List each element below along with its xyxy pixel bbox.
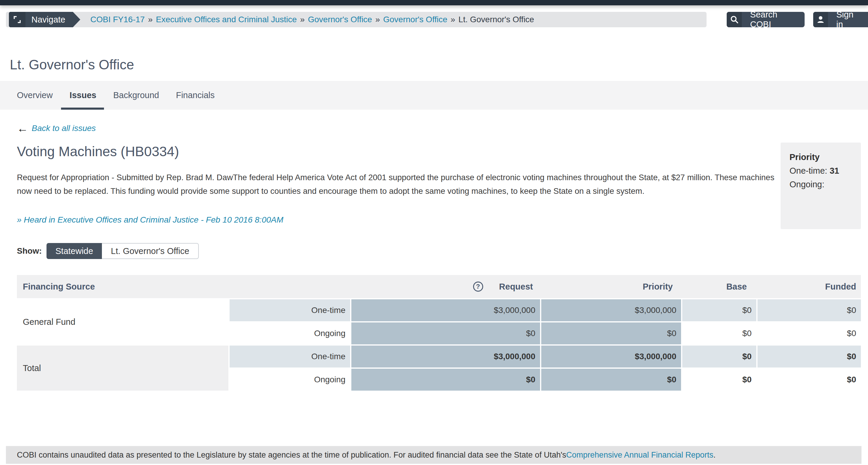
total-onetime-request: $3,000,000 (351, 346, 540, 368)
issue-title: Voting Machines (HB0334) (17, 143, 861, 159)
gf-ongoing-base: $0 (682, 322, 756, 344)
heard-in-committee-link[interactable]: » Heard in Executive Offices and Crimina… (17, 215, 283, 225)
navigate-button[interactable]: Navigate (9, 12, 73, 27)
breadcrumb-separator: » (300, 15, 305, 24)
col-header-priority: Priority (538, 275, 678, 298)
breadcrumb-separator: » (375, 15, 380, 24)
show-label: Show: (17, 246, 42, 256)
priority-summary-box: Priority One-time: 31 Ongoing: (781, 143, 861, 229)
row-group-total: Total (17, 346, 228, 390)
breadcrumb-bar-row: COBI FY16-17 » Executive Offices and Cri… (0, 12, 868, 27)
priority-ongoing: Ongoing: (789, 177, 855, 191)
financing-table-header: Financing Source ? Request Priority Base… (17, 275, 861, 298)
user-icon (813, 12, 828, 27)
show-toggle-row: Show: Statewide Lt. Governor's Office (17, 243, 861, 259)
toggle-statewide[interactable]: Statewide (46, 243, 102, 259)
breadcrumb-link-governors-office[interactable]: Governor's Office (308, 15, 372, 24)
priority-ongoing-label: Ongoing: (789, 180, 825, 189)
navigate-corners-icon (9, 12, 26, 27)
priority-one-time-value: 31 (830, 166, 839, 175)
total-ongoing-funded: $0 (757, 369, 861, 390)
breadcrumb-link-cobi[interactable]: COBI FY16-17 (90, 15, 145, 24)
tab-financials[interactable]: Financials (176, 81, 215, 110)
back-link-label: Back to all issues (32, 124, 96, 133)
priority-heading: Priority (789, 150, 855, 164)
gf-onetime-request: $3,000,000 (351, 299, 540, 321)
navigate-label: Navigate (26, 12, 73, 27)
page-title: Lt. Governor's Office (10, 57, 134, 72)
gf-ongoing-label: Ongoing (229, 322, 350, 344)
main-content: ← Back to all issues Voting Machines (HB… (17, 110, 861, 390)
total-ongoing-request: $0 (351, 369, 540, 390)
gf-ongoing-priority: $0 (541, 322, 681, 344)
breadcrumb-link-exec-offices[interactable]: Executive Offices and Criminal Justice (156, 15, 297, 24)
col-header-request: ? Request (349, 275, 538, 298)
gf-onetime-label: One-time (229, 299, 350, 321)
total-ongoing-base: $0 (682, 369, 756, 390)
gf-onetime-base: $0 (682, 299, 756, 321)
breadcrumb-link-governors-office-2[interactable]: Governor's Office (383, 15, 447, 24)
tab-background[interactable]: Background (113, 81, 159, 110)
total-onetime-label: One-time (229, 346, 350, 368)
tab-overview[interactable]: Overview (17, 81, 53, 110)
col-header-spacer (228, 275, 349, 298)
sign-in-label: Sign in (828, 12, 868, 27)
total-ongoing-label: Ongoing (229, 369, 350, 390)
gf-onetime-priority: $3,000,000 (541, 299, 681, 321)
issue-description: Request for Appropriation - Submitted by… (17, 171, 778, 198)
row-group-general-fund: General Fund (17, 299, 228, 344)
breadcrumb-separator: » (451, 15, 455, 24)
breadcrumb-current: Lt. Governor's Office (459, 15, 534, 24)
search-cobi-button[interactable]: Search COBI (727, 12, 805, 27)
breadcrumb-separator: » (148, 15, 153, 24)
back-to-all-issues-link[interactable]: ← Back to all issues (17, 123, 96, 134)
col-header-request-label: Request (499, 282, 533, 292)
sign-in-button[interactable]: Sign in (813, 12, 868, 27)
breadcrumb: COBI FY16-17 » Executive Offices and Cri… (6, 12, 707, 27)
financing-table: Financing Source ? Request Priority Base… (17, 275, 861, 390)
top-bar (0, 0, 868, 5)
priority-one-time-label: One-time: (789, 166, 830, 175)
total-onetime-funded: $0 (757, 346, 861, 368)
footer-text: COBI contains unaudited data as presente… (17, 451, 566, 460)
search-icon (727, 12, 742, 27)
tab-bar: Overview Issues Background Financials (0, 81, 868, 110)
total-onetime-base: $0 (682, 346, 756, 368)
back-arrow-icon: ← (17, 123, 28, 134)
total-onetime-priority: $3,000,000 (541, 346, 681, 368)
col-header-financing-source: Financing Source (17, 275, 228, 298)
gf-ongoing-request: $0 (351, 322, 540, 344)
footer-suffix: . (713, 451, 716, 460)
search-cobi-label: Search COBI (742, 12, 805, 27)
col-header-funded: Funded (751, 275, 861, 298)
tab-issues[interactable]: Issues (70, 81, 96, 110)
footer-disclaimer: COBI contains unaudited data as presente… (6, 446, 862, 464)
col-header-base: Base (678, 275, 751, 298)
gf-ongoing-funded: $0 (757, 322, 861, 344)
gf-onetime-funded: $0 (757, 299, 861, 321)
help-icon[interactable]: ? (473, 282, 483, 292)
footer-cafr-link[interactable]: Comprehensive Annual Financial Reports (566, 451, 713, 460)
priority-one-time: One-time: 31 (789, 164, 855, 177)
toggle-lt-governors-office[interactable]: Lt. Governor's Office (102, 243, 199, 259)
total-ongoing-priority: $0 (541, 369, 681, 390)
scope-toggle: Statewide Lt. Governor's Office (46, 243, 199, 259)
